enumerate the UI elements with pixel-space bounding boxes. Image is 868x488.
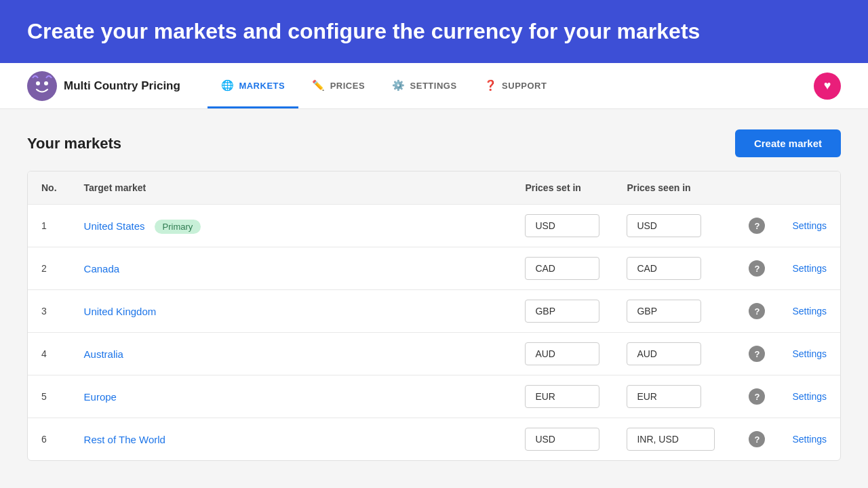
row-no-4: 5 — [28, 375, 71, 418]
prices-seen-input-3[interactable] — [627, 342, 701, 365]
row-help-3: ? — [735, 333, 778, 375]
prices-set-input-4[interactable] — [525, 385, 599, 408]
row-prices-set-5 — [511, 418, 613, 461]
market-link-0[interactable]: United States — [84, 220, 145, 232]
nav-item-prices[interactable]: ✏️ PRICES — [298, 64, 378, 108]
prices-set-input-5[interactable] — [525, 428, 599, 451]
col-header-prices-seen: Prices seen in — [613, 171, 735, 205]
help-icon-5[interactable]: ? — [749, 431, 765, 447]
help-icon-0[interactable]: ? — [749, 218, 765, 234]
markets-title: Your markets — [27, 135, 121, 152]
nav-label-support: SUPPORT — [502, 81, 547, 91]
row-settings-4: Settings — [778, 375, 840, 418]
prices-set-input-1[interactable] — [525, 257, 599, 280]
row-settings-3: Settings — [778, 333, 840, 375]
row-no-5: 6 — [28, 418, 71, 461]
row-settings-0: Settings — [778, 205, 840, 247]
table-header-row: No. Target market Prices set in Prices s… — [28, 171, 840, 205]
prices-icon: ✏️ — [312, 79, 326, 92]
col-header-no: No. — [28, 171, 71, 205]
row-no-3: 4 — [28, 333, 71, 375]
settings-link-5[interactable]: Settings — [792, 434, 827, 445]
row-prices-seen-3 — [613, 333, 735, 375]
app-header: Multi Country Pricing 🌐 MARKETS ✏️ PRICE… — [0, 63, 868, 109]
heart-icon: ♥ — [824, 79, 831, 93]
svg-point-0 — [27, 71, 57, 101]
app-title: Multi Country Pricing — [64, 79, 180, 93]
prices-seen-input-0[interactable] — [627, 214, 701, 237]
row-prices-set-3 — [511, 333, 613, 375]
svg-point-1 — [36, 81, 40, 85]
nav-item-settings[interactable]: ⚙️ SETTINGS — [378, 64, 471, 108]
row-prices-set-1 — [511, 247, 613, 290]
prices-seen-input-1[interactable] — [627, 257, 701, 280]
row-settings-2: Settings — [778, 290, 840, 333]
nav-label-markets: MARKETS — [239, 81, 285, 91]
row-market-0: United States Primary — [71, 205, 512, 247]
row-prices-set-2 — [511, 290, 613, 333]
row-prices-seen-1 — [613, 247, 735, 290]
row-prices-set-4 — [511, 375, 613, 418]
help-icon-2[interactable]: ? — [749, 303, 765, 319]
row-prices-set-0 — [511, 205, 613, 247]
market-link-4[interactable]: Europe — [84, 391, 117, 403]
settings-icon: ⚙️ — [392, 79, 406, 92]
market-link-1[interactable]: Canada — [84, 263, 120, 274]
table-row: 1 United States Primary ? Settings — [28, 205, 840, 247]
nav-label-prices: PRICES — [330, 81, 365, 91]
prices-set-input-0[interactable] — [525, 214, 599, 237]
create-market-button[interactable]: Create market — [735, 129, 841, 157]
help-icon-4[interactable]: ? — [749, 388, 765, 405]
banner: Create your markets and configure the cu… — [0, 0, 868, 63]
table-row: 6 Rest of The World ? Settings — [28, 418, 840, 461]
logo-area: Multi Country Pricing — [27, 71, 180, 101]
settings-link-0[interactable]: Settings — [792, 220, 827, 231]
table-row: 4 Australia ? Settings — [28, 333, 840, 375]
markets-table-wrapper: No. Target market Prices set in Prices s… — [27, 171, 841, 461]
banner-title: Create your markets and configure the cu… — [27, 19, 841, 44]
row-market-5: Rest of The World — [71, 418, 512, 461]
nav-label-settings: SETTINGS — [410, 81, 457, 91]
heart-button[interactable]: ♥ — [814, 73, 841, 100]
settings-link-2[interactable]: Settings — [792, 306, 827, 317]
market-link-2[interactable]: United Kingdom — [84, 306, 157, 317]
settings-link-3[interactable]: Settings — [792, 348, 827, 359]
row-help-1: ? — [735, 247, 778, 290]
col-header-market: Target market — [71, 171, 512, 205]
row-settings-1: Settings — [778, 247, 840, 290]
main-content: Your markets Create market No. Target ma… — [0, 109, 868, 481]
row-help-4: ? — [735, 375, 778, 418]
table-row: 2 Canada ? Settings — [28, 247, 840, 290]
help-icon-1[interactable]: ? — [749, 260, 765, 277]
row-settings-5: Settings — [778, 418, 840, 461]
nav-item-markets[interactable]: 🌐 MARKETS — [208, 64, 298, 108]
settings-link-1[interactable]: Settings — [792, 263, 827, 274]
row-no-1: 2 — [28, 247, 71, 290]
nav-item-support[interactable]: ❓ SUPPORT — [471, 64, 561, 108]
settings-link-4[interactable]: Settings — [792, 391, 827, 402]
markets-header: Your markets Create market — [27, 129, 841, 157]
prices-set-input-2[interactable] — [525, 300, 599, 323]
row-market-4: Europe — [71, 375, 512, 418]
row-help-2: ? — [735, 290, 778, 333]
prices-seen-input-4[interactable] — [627, 385, 701, 408]
markets-table: No. Target market Prices set in Prices s… — [28, 171, 840, 460]
help-icon-3[interactable]: ? — [749, 346, 765, 362]
table-row: 5 Europe ? Settings — [28, 375, 840, 418]
primary-badge: Primary — [155, 220, 201, 234]
prices-set-input-3[interactable] — [525, 342, 599, 365]
col-header-prices-set: Prices set in — [511, 171, 613, 205]
app-logo-icon — [27, 71, 57, 101]
row-help-0: ? — [735, 205, 778, 247]
row-market-3: Australia — [71, 333, 512, 375]
market-link-5[interactable]: Rest of The World — [84, 434, 165, 445]
main-nav: 🌐 MARKETS ✏️ PRICES ⚙️ SETTINGS ❓ SUPPOR… — [208, 64, 814, 108]
market-link-3[interactable]: Australia — [84, 348, 123, 360]
row-prices-seen-4 — [613, 375, 735, 418]
prices-seen-input-5[interactable] — [627, 428, 715, 451]
markets-icon: 🌐 — [221, 79, 235, 92]
prices-seen-input-2[interactable] — [627, 300, 701, 323]
row-prices-seen-2 — [613, 290, 735, 333]
row-market-1: Canada — [71, 247, 512, 290]
support-icon: ❓ — [484, 79, 498, 92]
